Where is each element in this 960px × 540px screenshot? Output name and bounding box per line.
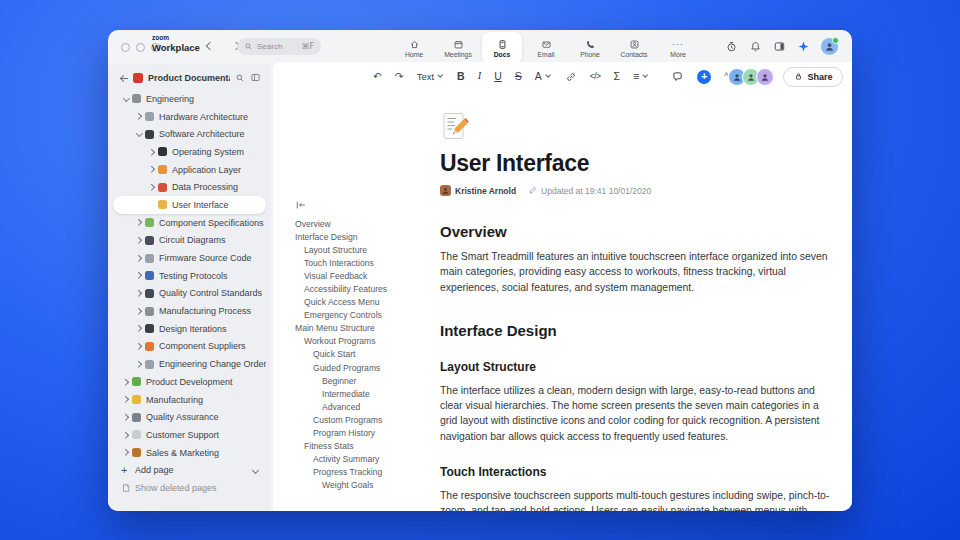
tree-chevron-icon[interactable]	[134, 306, 144, 316]
tab-contacts[interactable]: Contacts	[614, 33, 654, 63]
undo-button[interactable]: ↶	[373, 71, 382, 82]
collapse-toc-icon[interactable]	[295, 200, 307, 210]
bold-button[interactable]: B	[457, 71, 465, 82]
tree-item[interactable]: User Interface	[113, 196, 266, 214]
align-list-dropdown[interactable]: ≡	[633, 71, 649, 82]
minimize-window-button[interactable]	[136, 43, 145, 52]
tree-item[interactable]: Engineering Change Orders	[113, 355, 266, 373]
close-window-button[interactable]	[121, 43, 130, 52]
tree-chevron-icon[interactable]	[121, 430, 131, 440]
tree-chevron-icon[interactable]	[134, 129, 144, 139]
tree-chevron-icon[interactable]	[134, 271, 144, 281]
user-avatar[interactable]	[821, 38, 838, 55]
global-search-input[interactable]: Search ⌘F	[237, 38, 321, 55]
toc-item[interactable]: Progress Tracking	[313, 466, 435, 479]
document-body[interactable]: User Interface Kristine Arnold Updated a…	[440, 111, 832, 511]
toc-item[interactable]: Weight Goals	[322, 479, 435, 492]
toc-item[interactable]: Activity Summary	[313, 453, 435, 466]
tab-docs[interactable]: Docs	[482, 32, 522, 64]
comment-icon[interactable]	[671, 70, 684, 83]
tree-chevron-icon[interactable]	[121, 448, 131, 458]
tree-chevron-icon[interactable]	[147, 182, 157, 192]
equation-button[interactable]: Σ	[614, 71, 621, 82]
toc-item[interactable]: Beginner	[322, 374, 435, 387]
insert-block-button[interactable]: +	[697, 70, 711, 84]
toc-item[interactable]: Quick Access Menu	[304, 296, 435, 309]
tree-item[interactable]: Quality Assurance	[113, 408, 266, 426]
toc-item[interactable]: Touch Interactions	[304, 256, 435, 269]
toc-item[interactable]: Accessibility Features	[304, 282, 435, 295]
show-deleted-pages-button[interactable]: Show deleted pages	[113, 479, 266, 497]
toc-item[interactable]: Emergency Controls	[304, 309, 435, 322]
tree-item[interactable]: Sales & Marketing	[113, 444, 266, 462]
toc-item[interactable]: Intermediate	[322, 387, 435, 400]
toc-item[interactable]: Fitness Stats	[304, 440, 435, 453]
tab-email[interactable]: Email	[526, 33, 566, 63]
tree-item[interactable]: Quality Control Standards	[113, 285, 266, 303]
toc-item[interactable]: Overview	[295, 217, 435, 230]
share-button[interactable]: Share	[783, 67, 843, 87]
tree-item[interactable]: Application Layer	[113, 161, 266, 179]
tree-chevron-icon[interactable]	[121, 94, 131, 104]
toc-item[interactable]: Interface Design	[295, 230, 435, 243]
tree-item[interactable]: Data Processing	[113, 178, 266, 196]
tree-item[interactable]: Design Iterations	[113, 320, 266, 338]
tab-phone[interactable]: Phone	[570, 33, 610, 63]
side-panel-toggle-icon[interactable]	[773, 40, 786, 53]
collapse-sidebar-icon[interactable]	[250, 72, 261, 83]
tree-item[interactable]: Manufacturing	[113, 391, 266, 409]
text-color-dropdown[interactable]: A	[535, 71, 552, 82]
italic-button[interactable]: I	[478, 71, 482, 82]
tree-item[interactable]: Customer Support	[113, 426, 266, 444]
toc-item[interactable]: Visual Feedback	[304, 269, 435, 282]
toc-item[interactable]: Advanced	[322, 400, 435, 413]
tree-chevron-icon[interactable]	[147, 147, 157, 157]
code-block-button[interactable]: </>	[590, 72, 601, 81]
toc-item[interactable]: Workout Programs	[304, 335, 435, 348]
collaborator-avatar[interactable]	[756, 68, 774, 86]
tree-item[interactable]: Hardware Architecture	[113, 108, 266, 126]
tree-chevron-icon[interactable]	[134, 235, 144, 245]
ai-companion-sparkle-icon[interactable]	[797, 40, 810, 53]
tree-chevron-icon[interactable]	[134, 359, 144, 369]
underline-button[interactable]: U	[494, 71, 502, 82]
tree-item[interactable]: Operating System	[113, 143, 266, 161]
tree-chevron-icon[interactable]	[134, 288, 144, 298]
tree-item[interactable]: Engineering	[113, 90, 266, 108]
tree-item[interactable]: Manufacturing Process	[113, 302, 266, 320]
tree-chevron-icon[interactable]	[121, 395, 131, 405]
tab-home[interactable]: Home	[394, 33, 434, 63]
toc-item[interactable]: Custom Programs	[313, 413, 435, 426]
tab-meetings[interactable]: Meetings	[438, 33, 478, 63]
toc-item[interactable]: Layout Structure	[304, 243, 435, 256]
tree-item[interactable]: Testing Protocols	[113, 267, 266, 285]
toc-item[interactable]: Program History	[313, 427, 435, 440]
tree-chevron-icon[interactable]	[134, 218, 144, 228]
tree-item[interactable]: Component Specifications	[113, 214, 266, 232]
tab-more[interactable]: ··· More	[658, 33, 698, 63]
link-icon[interactable]	[565, 71, 577, 83]
memo-page-icon[interactable]	[440, 111, 470, 141]
tree-chevron-icon[interactable]	[134, 341, 144, 351]
back-button[interactable]	[204, 40, 216, 52]
tree-chevron-icon[interactable]	[134, 324, 144, 334]
tree-item[interactable]: Component Suppliers	[113, 338, 266, 356]
toc-item[interactable]: Quick Start	[313, 348, 435, 361]
tree-item[interactable]: Firmware Source Code	[113, 249, 266, 267]
add-page-button[interactable]: + Add page	[113, 461, 266, 479]
tree-chevron-icon[interactable]	[134, 253, 144, 263]
tree-chevron-icon[interactable]	[134, 112, 144, 122]
tree-chevron-icon[interactable]	[121, 377, 131, 387]
sidebar-back-button[interactable]	[120, 74, 128, 82]
tree-item[interactable]: Circuit Diagrams	[113, 232, 266, 250]
tree-chevron-icon[interactable]	[121, 412, 131, 422]
strikethrough-button[interactable]: S	[515, 71, 522, 82]
notifications-bell-icon[interactable]	[749, 40, 762, 53]
tree-item[interactable]: Product Development	[113, 373, 266, 391]
tree-chevron-icon[interactable]	[147, 165, 157, 175]
text-style-dropdown[interactable]: Text	[417, 72, 444, 82]
tree-chevron-icon[interactable]	[147, 200, 157, 210]
sidebar-search-icon[interactable]	[235, 73, 245, 83]
redo-button[interactable]: ↷	[395, 71, 404, 82]
chevron-down-icon[interactable]	[250, 465, 260, 475]
